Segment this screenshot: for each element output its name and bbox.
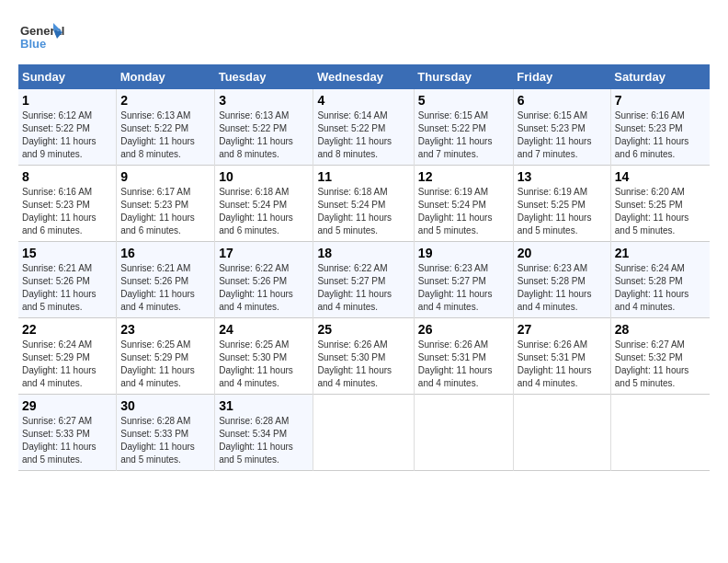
calendar-cell (414, 395, 513, 471)
day-info: Sunrise: 6:18 AM Sunset: 5:24 PM Dayligh… (317, 186, 409, 237)
page-header: General Blue (18, 18, 710, 55)
calendar-cell: 22Sunrise: 6:24 AM Sunset: 5:29 PM Dayli… (18, 318, 117, 395)
logo-icon: General Blue (18, 18, 64, 55)
calendar-cell (513, 395, 610, 471)
day-number: 6 (518, 93, 607, 108)
day-number: 16 (120, 246, 210, 260)
day-info: Sunrise: 6:12 AM Sunset: 5:22 PM Dayligh… (22, 109, 112, 161)
calendar-cell: 29Sunrise: 6:27 AM Sunset: 5:33 PM Dayli… (18, 395, 117, 471)
calendar-cell: 16Sunrise: 6:21 AM Sunset: 5:26 PM Dayli… (117, 242, 215, 318)
calendar-cell: 27Sunrise: 6:26 AM Sunset: 5:31 PM Dayli… (513, 318, 610, 395)
day-number: 8 (22, 169, 112, 184)
day-info: Sunrise: 6:27 AM Sunset: 5:32 PM Dayligh… (615, 339, 706, 390)
calendar-cell: 4Sunrise: 6:14 AM Sunset: 5:22 PM Daylig… (313, 89, 414, 166)
day-info: Sunrise: 6:26 AM Sunset: 5:30 PM Dayligh… (317, 339, 409, 390)
day-number: 19 (418, 246, 509, 260)
svg-text:Blue: Blue (20, 37, 46, 51)
day-number: 25 (317, 322, 409, 337)
calendar-cell: 26Sunrise: 6:26 AM Sunset: 5:31 PM Dayli… (414, 318, 513, 395)
day-info: Sunrise: 6:20 AM Sunset: 5:25 PM Dayligh… (615, 186, 706, 237)
header-sunday: Sunday (18, 64, 117, 89)
calendar-cell: 25Sunrise: 6:26 AM Sunset: 5:30 PM Dayli… (313, 318, 414, 395)
calendar-cell: 1Sunrise: 6:12 AM Sunset: 5:22 PM Daylig… (18, 89, 117, 166)
calendar-cell: 3Sunrise: 6:13 AM Sunset: 5:22 PM Daylig… (215, 89, 313, 166)
day-number: 20 (518, 246, 607, 260)
day-number: 5 (418, 93, 509, 108)
day-number: 14 (615, 169, 706, 184)
day-info: Sunrise: 6:18 AM Sunset: 5:24 PM Dayligh… (219, 186, 309, 237)
day-info: Sunrise: 6:15 AM Sunset: 5:22 PM Dayligh… (418, 109, 509, 161)
calendar-cell: 28Sunrise: 6:27 AM Sunset: 5:32 PM Dayli… (610, 318, 710, 395)
calendar-cell: 7Sunrise: 6:16 AM Sunset: 5:23 PM Daylig… (610, 89, 710, 166)
day-number: 7 (615, 93, 706, 108)
day-info: Sunrise: 6:26 AM Sunset: 5:31 PM Dayligh… (518, 339, 607, 390)
day-info: Sunrise: 6:16 AM Sunset: 5:23 PM Dayligh… (22, 186, 112, 237)
day-info: Sunrise: 6:28 AM Sunset: 5:33 PM Dayligh… (120, 415, 210, 466)
day-info: Sunrise: 6:24 AM Sunset: 5:28 PM Dayligh… (615, 262, 706, 314)
calendar-cell: 20Sunrise: 6:23 AM Sunset: 5:28 PM Dayli… (513, 242, 610, 318)
header-saturday: Saturday (610, 64, 710, 89)
calendar-cell (313, 395, 414, 471)
day-info: Sunrise: 6:25 AM Sunset: 5:29 PM Dayligh… (120, 339, 210, 390)
day-number: 23 (120, 322, 210, 337)
day-number: 26 (418, 322, 509, 337)
calendar-week-row: 1Sunrise: 6:12 AM Sunset: 5:22 PM Daylig… (18, 89, 710, 166)
header-monday: Monday (117, 64, 215, 89)
day-info: Sunrise: 6:25 AM Sunset: 5:30 PM Dayligh… (219, 339, 309, 390)
day-info: Sunrise: 6:28 AM Sunset: 5:34 PM Dayligh… (219, 415, 309, 466)
header-tuesday: Tuesday (215, 64, 313, 89)
day-number: 21 (615, 246, 706, 260)
calendar-cell: 30Sunrise: 6:28 AM Sunset: 5:33 PM Dayli… (117, 395, 215, 471)
day-info: Sunrise: 6:13 AM Sunset: 5:22 PM Dayligh… (219, 109, 309, 161)
calendar-cell: 31Sunrise: 6:28 AM Sunset: 5:34 PM Dayli… (215, 395, 313, 471)
calendar-cell: 17Sunrise: 6:22 AM Sunset: 5:26 PM Dayli… (215, 242, 313, 318)
day-number: 24 (219, 322, 309, 337)
day-number: 12 (418, 169, 509, 184)
calendar-cell: 24Sunrise: 6:25 AM Sunset: 5:30 PM Dayli… (215, 318, 313, 395)
day-number: 11 (317, 169, 409, 184)
header-thursday: Thursday (414, 64, 513, 89)
day-info: Sunrise: 6:27 AM Sunset: 5:33 PM Dayligh… (22, 415, 112, 466)
day-info: Sunrise: 6:14 AM Sunset: 5:22 PM Dayligh… (317, 109, 409, 161)
day-number: 27 (518, 322, 607, 337)
day-number: 18 (317, 246, 409, 260)
calendar-cell: 10Sunrise: 6:18 AM Sunset: 5:24 PM Dayli… (215, 166, 313, 242)
day-number: 13 (518, 169, 607, 184)
day-number: 9 (120, 169, 210, 184)
calendar-header-row: SundayMondayTuesdayWednesdayThursdayFrid… (18, 64, 710, 89)
day-info: Sunrise: 6:16 AM Sunset: 5:23 PM Dayligh… (615, 109, 706, 161)
calendar-cell: 21Sunrise: 6:24 AM Sunset: 5:28 PM Dayli… (610, 242, 710, 318)
calendar-cell: 5Sunrise: 6:15 AM Sunset: 5:22 PM Daylig… (414, 89, 513, 166)
day-number: 1 (22, 93, 112, 108)
calendar-cell: 9Sunrise: 6:17 AM Sunset: 5:23 PM Daylig… (117, 166, 215, 242)
calendar-cell: 13Sunrise: 6:19 AM Sunset: 5:25 PM Dayli… (513, 166, 610, 242)
calendar-week-row: 8Sunrise: 6:16 AM Sunset: 5:23 PM Daylig… (18, 166, 710, 242)
calendar-cell: 19Sunrise: 6:23 AM Sunset: 5:27 PM Dayli… (414, 242, 513, 318)
calendar-cell: 18Sunrise: 6:22 AM Sunset: 5:27 PM Dayli… (313, 242, 414, 318)
calendar-table: SundayMondayTuesdayWednesdayThursdayFrid… (18, 64, 710, 471)
day-info: Sunrise: 6:17 AM Sunset: 5:23 PM Dayligh… (120, 186, 210, 237)
calendar-cell: 2Sunrise: 6:13 AM Sunset: 5:22 PM Daylig… (117, 89, 215, 166)
calendar-cell: 12Sunrise: 6:19 AM Sunset: 5:24 PM Dayli… (414, 166, 513, 242)
day-info: Sunrise: 6:23 AM Sunset: 5:28 PM Dayligh… (518, 262, 607, 314)
calendar-week-row: 22Sunrise: 6:24 AM Sunset: 5:29 PM Dayli… (18, 318, 710, 395)
day-info: Sunrise: 6:13 AM Sunset: 5:22 PM Dayligh… (120, 109, 210, 161)
day-info: Sunrise: 6:22 AM Sunset: 5:27 PM Dayligh… (317, 262, 409, 314)
day-number: 2 (120, 93, 210, 108)
calendar-cell: 8Sunrise: 6:16 AM Sunset: 5:23 PM Daylig… (18, 166, 117, 242)
calendar-cell: 15Sunrise: 6:21 AM Sunset: 5:26 PM Dayli… (18, 242, 117, 318)
day-info: Sunrise: 6:26 AM Sunset: 5:31 PM Dayligh… (418, 339, 509, 390)
day-info: Sunrise: 6:19 AM Sunset: 5:24 PM Dayligh… (418, 186, 509, 237)
day-number: 29 (22, 398, 112, 413)
day-info: Sunrise: 6:24 AM Sunset: 5:29 PM Dayligh… (22, 339, 112, 390)
day-number: 15 (22, 246, 112, 260)
calendar-cell: 6Sunrise: 6:15 AM Sunset: 5:23 PM Daylig… (513, 89, 610, 166)
calendar-cell: 14Sunrise: 6:20 AM Sunset: 5:25 PM Dayli… (610, 166, 710, 242)
day-number: 31 (219, 398, 309, 413)
header-friday: Friday (513, 64, 610, 89)
day-info: Sunrise: 6:23 AM Sunset: 5:27 PM Dayligh… (418, 262, 509, 314)
day-number: 28 (615, 322, 706, 337)
day-number: 4 (317, 93, 409, 108)
day-info: Sunrise: 6:21 AM Sunset: 5:26 PM Dayligh… (120, 262, 210, 314)
day-number: 17 (219, 246, 309, 260)
